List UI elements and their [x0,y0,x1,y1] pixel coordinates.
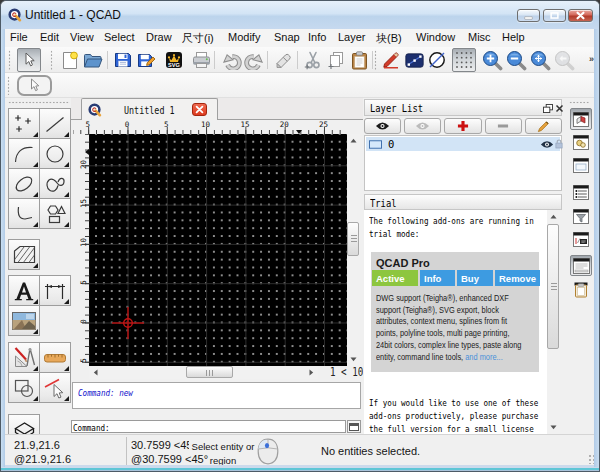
select-tool-button[interactable] [17,48,41,72]
modify-tool-button[interactable] [8,372,40,403]
layer-lock-icon[interactable] [555,139,563,149]
line-tool-button[interactable] [39,108,71,139]
paste-button[interactable] [347,48,371,72]
select-entity-tool-button[interactable] [39,372,71,403]
layer-list-titlebar[interactable]: Layer List [364,99,562,116]
image-tool-button[interactable] [8,305,40,336]
grid-toggle-button[interactable] [452,48,476,72]
maximize-button[interactable] [543,9,566,22]
drawing-canvas[interactable] [89,134,347,366]
menu-view[interactable]: View [65,31,99,43]
horizontal-scrollbar[interactable] [89,366,318,379]
projection-tool-button[interactable] [8,414,40,434]
dimension-tool-button[interactable] [39,275,71,306]
arc-tool-button[interactable] [8,138,40,169]
block-list-toggle[interactable] [570,132,592,152]
scrollbar-thumb[interactable] [186,366,233,378]
scroll-down-arrow[interactable] [547,421,560,434]
zoom-previous-button[interactable] [552,48,576,72]
edit-layer-button[interactable] [525,118,562,134]
draw-order-button[interactable] [425,48,449,72]
command-options-button[interactable] [347,420,361,433]
new-document-button[interactable] [58,48,82,72]
menu-layer[interactable]: Layer [333,31,371,43]
ellipse-tool-button[interactable] [8,168,40,199]
save-as-button[interactable] [134,48,158,72]
view-list-toggle[interactable] [570,155,592,175]
ruler-tool-button[interactable] [39,342,71,373]
float-panel-icon[interactable] [543,104,553,113]
and-more-link[interactable]: and more... [465,351,502,362]
menu-draw[interactable]: Draw [141,31,177,43]
layer-row[interactable]: 0 [366,137,560,151]
spline-tool-button[interactable] [39,168,71,199]
toolbar-overflow-chevron[interactable]: » [589,54,593,64]
show-all-layers-button[interactable] [364,118,401,134]
scrollbar-thumb[interactable] [547,224,559,349]
zoom-out-button[interactable] [504,48,528,72]
toolbar-drag-handle[interactable] [8,50,11,70]
drafting-tools-button[interactable] [8,342,40,373]
svg-export-button[interactable]: SVG [162,48,186,72]
zoom-in-button[interactable] [480,48,504,72]
selection-options-button[interactable] [402,48,426,72]
addon-tab-buy[interactable]: Buy [457,270,493,286]
menu-file[interactable]: File [5,31,33,43]
hide-all-layers-button[interactable] [404,118,441,134]
selection-filter-toggle[interactable] [570,206,592,226]
layer-visible-icon[interactable] [540,140,554,149]
circle-tool-button[interactable] [39,138,71,169]
hatch-tool-button[interactable] [8,239,40,270]
command-input[interactable] [71,420,346,433]
scroll-left-arrow[interactable] [89,366,102,379]
trial-scrollbar[interactable] [547,210,560,434]
vertical-scrollbar[interactable] [347,134,360,366]
print-button[interactable] [189,48,213,72]
toolbar-drag-handle[interactable] [50,50,53,70]
menu-info[interactable]: Info [303,31,331,43]
tab-close-button[interactable] [192,103,207,116]
command-history[interactable]: Command: new [72,382,361,409]
menu-window[interactable]: Window [411,31,460,43]
property-editor-toggle[interactable] [570,108,592,130]
close-button[interactable] [568,9,593,22]
redo-button[interactable] [242,48,266,72]
shape-tool-button[interactable] [39,198,71,229]
menu-misc[interactable]: Misc [463,31,496,43]
minimize-button[interactable] [517,9,540,22]
trial-panel-titlebar[interactable]: Trial [364,194,562,210]
palette-drag-handle[interactable] [8,101,70,104]
addon-tab-remove[interactable]: Remove [495,270,540,286]
menu-modify[interactable]: Modify [223,31,265,43]
erase-button[interactable] [272,48,296,72]
remove-layer-button[interactable] [485,118,522,134]
addon-tab-info[interactable]: Info [420,270,455,286]
auto-zoom-button[interactable] [528,48,552,72]
menu-edit[interactable]: Edit [35,31,64,43]
menu-snap[interactable]: Snap [269,31,305,43]
menu-select[interactable]: Select [99,31,140,43]
cut-button[interactable] [301,48,325,72]
selection-mode-button[interactable] [17,75,52,96]
statusbar-toggle[interactable] [570,255,592,276]
scroll-up-arrow[interactable] [547,210,560,223]
clipboard-panel-toggle[interactable] [570,280,592,300]
command-line-toggle[interactable] [570,229,592,249]
open-file-button[interactable] [81,48,105,72]
polyline-tool-button[interactable] [8,198,40,229]
toolbar-drag-handle[interactable] [374,50,377,70]
property-editor-button[interactable] [379,48,403,72]
copy-button[interactable] [324,48,348,72]
add-layer-button[interactable] [444,118,481,134]
menu-help[interactable]: Help [497,31,530,43]
document-tab[interactable]: Untitled 1 [81,98,218,120]
save-button[interactable] [111,48,135,72]
menu-i[interactable]: 尺寸(i) [177,31,219,46]
scroll-up-arrow[interactable] [347,134,360,147]
title-bar[interactable]: Untitled 1 - QCAD [1,1,600,29]
toolbar-drag-handle[interactable] [569,101,589,104]
text-tool-button[interactable] [8,275,40,306]
scroll-right-arrow[interactable] [305,366,318,379]
scrollbar-thumb[interactable] [347,222,359,256]
point-tool-button[interactable] [8,108,40,139]
